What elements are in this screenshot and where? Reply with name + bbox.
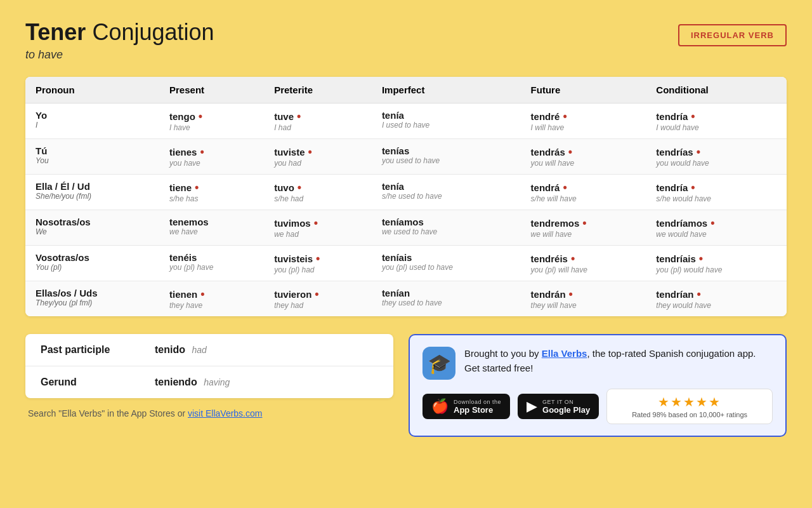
irregular-dot: •: [568, 252, 575, 265]
participle-section: Past participle tenido had Gerund tenien…: [25, 334, 393, 418]
col-header-present: Present: [159, 77, 264, 104]
col-header-imperfect: Imperfect: [372, 77, 521, 104]
col-header-pronoun: Pronoun: [25, 77, 159, 104]
irregular-dot: •: [688, 181, 695, 194]
irregular-dot: •: [696, 252, 703, 265]
irregular-dot: •: [192, 181, 199, 194]
irregular-dot: •: [560, 110, 566, 123]
google-play-button[interactable]: ▶ GET IT ON Google Play: [518, 394, 599, 419]
googleplay-small-text: GET IT ON: [542, 399, 590, 405]
irregular-dot: •: [197, 145, 204, 158]
google-play-icon: ▶: [527, 398, 537, 415]
past-participle-value: tenido had: [155, 344, 207, 356]
participle-table: Past participle tenido had Gerund tenien…: [25, 334, 393, 398]
irregular-verb-badge: IRREGULAR VERB: [678, 24, 787, 46]
col-header-conditional: Conditional: [646, 77, 787, 104]
promo-bottom: 🍎 Download on the App Store ▶ GET IT ON …: [422, 389, 773, 424]
gerund-row: Gerund teniendo having: [25, 366, 393, 398]
col-header-preterite: Preterite: [264, 77, 372, 104]
star-rating: ★★★★★: [616, 394, 763, 410]
irregular-dot: •: [688, 110, 695, 123]
table-row: YoItengo •I havetuve •I hadteníaI used t…: [25, 104, 787, 139]
irregular-dot: •: [566, 288, 573, 300]
irregular-dot: •: [579, 217, 586, 229]
promo-text: Brought to you by Ella Verbs, the top-ra…: [464, 347, 773, 375]
googleplay-big-text: Google Play: [542, 405, 590, 415]
page-subtitle: to have: [25, 48, 214, 62]
appstore-small-text: Download on the: [454, 399, 501, 405]
page-header: Tener Conjugation to have IRREGULAR VERB: [25, 19, 787, 62]
irregular-dot: •: [565, 145, 572, 158]
irregular-dot: •: [294, 110, 301, 123]
promo-box: 🎓 Brought to you by Ella Verbs, the top-…: [409, 334, 787, 437]
col-header-future: Future: [521, 77, 646, 104]
irregular-dot: •: [313, 252, 320, 265]
past-participle-row: Past participle tenido had: [25, 334, 393, 366]
gerund-value: teniendo having: [155, 377, 230, 388]
page-title: Tener Conjugation: [25, 19, 214, 46]
search-text: Search "Ella Verbs" in the App Stores or…: [25, 408, 393, 418]
promo-top: 🎓 Brought to you by Ella Verbs, the top-…: [422, 347, 773, 380]
apple-icon: 🍎: [431, 398, 449, 415]
ella-verbs-logo: 🎓: [422, 347, 455, 380]
table-row: TúYoutienes •you havetuviste •you hadten…: [25, 139, 787, 175]
irregular-dot: •: [294, 181, 301, 194]
bottom-section: Past participle tenido had Gerund tenien…: [25, 334, 787, 437]
irregular-dot: •: [197, 288, 204, 300]
table-row: Ella / Él / UdShe/he/you (fml)tiene •s/h…: [25, 175, 787, 210]
past-participle-label: Past participle: [41, 344, 155, 356]
irregular-dot: •: [311, 288, 318, 300]
rating-text: Rated 98% based on 10,000+ ratings: [616, 411, 763, 418]
irregular-dot: •: [560, 181, 566, 194]
table-row: Ellas/os / UdsThey/you (pl fml)tienen •t…: [25, 281, 787, 317]
conjugation-table: Pronoun Present Preterite Imperfect Futu…: [25, 77, 787, 316]
appstore-big-text: App Store: [454, 405, 501, 415]
irregular-dot: •: [305, 145, 312, 158]
irregular-dot: •: [195, 110, 202, 123]
gerund-label: Gerund: [41, 377, 155, 388]
table-row: Nosotras/osWetenemoswe havetuvimos •we h…: [25, 210, 787, 246]
table-row: Vosotras/osYou (pl)tenéisyou (pl) havetu…: [25, 246, 787, 281]
irregular-dot: •: [693, 145, 700, 158]
irregular-dot: •: [707, 217, 714, 229]
rating-box: ★★★★★ Rated 98% based on 10,000+ ratings: [606, 389, 773, 424]
ella-verbs-link[interactable]: visit EllaVerbs.com: [188, 408, 262, 418]
app-store-button[interactable]: 🍎 Download on the App Store: [422, 394, 510, 419]
ella-verbs-promo-link[interactable]: Ella Verbs: [542, 348, 587, 359]
irregular-dot: •: [693, 288, 700, 300]
title-block: Tener Conjugation to have: [25, 19, 214, 62]
irregular-dot: •: [311, 217, 318, 229]
